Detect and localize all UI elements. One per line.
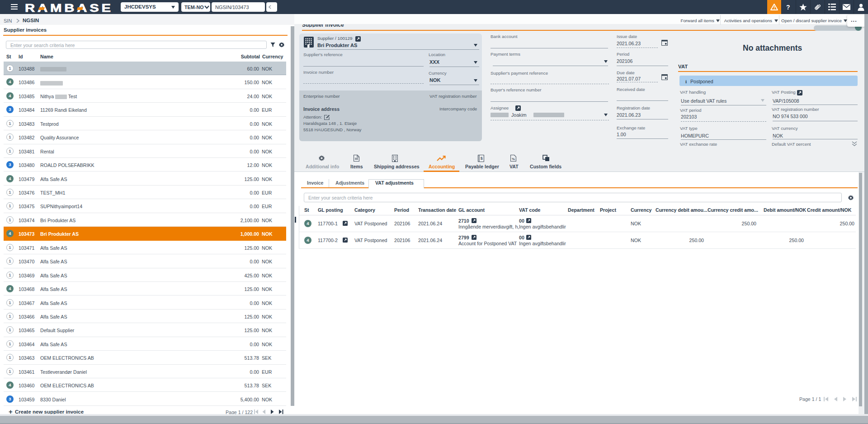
svg-text:$: $ [481,156,483,161]
svg-text:%: % [512,157,515,161]
